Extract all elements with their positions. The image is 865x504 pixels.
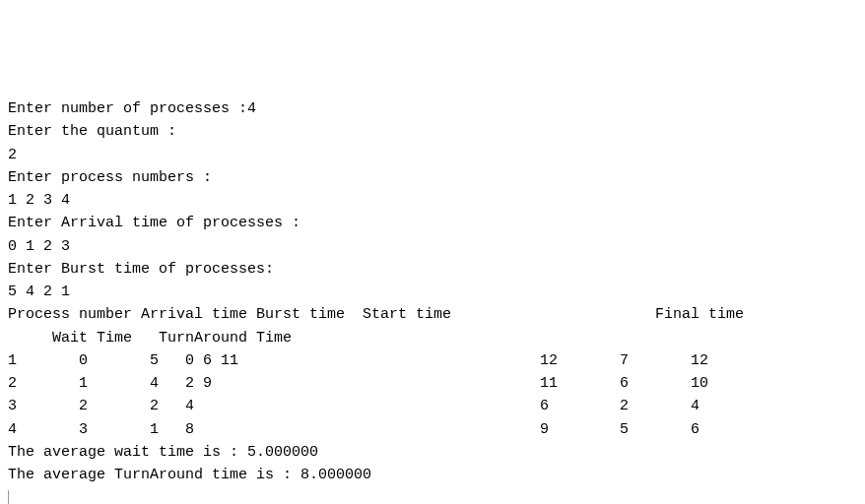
line-quantum-value: 2 xyxy=(8,147,17,163)
line-table-header-1: Process number Arrival time Burst time S… xyxy=(8,306,744,323)
terminal-output: Enter number of processes :4 Enter the q… xyxy=(8,97,857,504)
line-avg-turnaround: The average TurnAround time is : 8.00000… xyxy=(8,467,371,483)
table-row: 3 2 2 4 6 2 4 xyxy=(8,398,699,414)
line-avg-wait: The average wait time is : 5.000000 xyxy=(8,444,318,461)
line-table-header-2: Wait Time TurnAround Time xyxy=(8,330,292,346)
cursor-icon xyxy=(8,490,9,504)
line-prompt-burst: Enter Burst time of processes: xyxy=(8,261,274,278)
line-prompt-quantum: Enter the quantum : xyxy=(8,123,176,140)
line-procnums-value: 1 2 3 4 xyxy=(8,192,70,209)
line-arrival-value: 0 1 2 3 xyxy=(8,238,70,255)
line-prompt-arrival: Enter Arrival time of processes : xyxy=(8,215,300,231)
table-row: 2 1 4 2 9 11 6 10 xyxy=(8,375,708,392)
table-row: 4 3 1 8 9 5 6 xyxy=(8,421,699,438)
line-prompt-procnums: Enter process numbers : xyxy=(8,169,212,186)
line-prompt-processes: Enter number of processes :4 xyxy=(8,100,256,117)
line-burst-value: 5 4 2 1 xyxy=(8,284,70,300)
table-row: 1 0 5 0 6 11 12 7 12 xyxy=(8,352,708,369)
